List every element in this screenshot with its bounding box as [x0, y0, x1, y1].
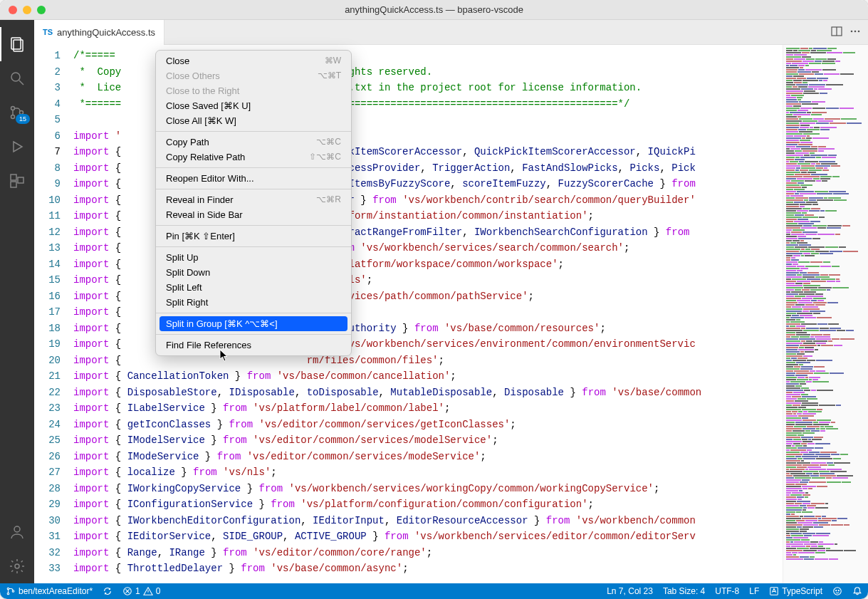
- line-number: 20: [34, 353, 61, 369]
- context-menu-item[interactable]: Copy Relative Path⇧⌥⌘C: [156, 150, 351, 165]
- context-menu-shortcut: ⇧⌥⌘C: [309, 152, 341, 162]
- svg-rect-10: [18, 177, 23, 183]
- status-bell-icon[interactable]: [852, 586, 862, 596]
- code-line[interactable]: import { DisposableStore, IDisposable, t…: [73, 385, 783, 401]
- code-line[interactable]: import { Range, IRange } from 'vs/editor…: [73, 545, 783, 561]
- code-line[interactable]: import { CancellationToken } from 'vs/ba…: [73, 368, 783, 385]
- line-number: 3: [34, 80, 61, 96]
- svg-line-3: [19, 80, 23, 85]
- activity-bar: 15: [0, 20, 34, 583]
- editor-tab[interactable]: TS anythingQuickAccess.ts: [34, 20, 164, 45]
- minimize-window-icon[interactable]: [23, 6, 31, 14]
- context-menu-label: Split Right: [166, 297, 208, 308]
- tab-context-menu[interactable]: Close⌘WClose Others⌥⌘TClose to the Right…: [155, 50, 352, 356]
- context-menu-item[interactable]: Split Left: [156, 280, 351, 295]
- context-menu-item[interactable]: Reopen Editor With...: [156, 171, 351, 186]
- context-menu-item[interactable]: Close⌘W: [156, 53, 351, 68]
- status-sync[interactable]: [103, 586, 113, 596]
- code-line[interactable]: import { getIconClasses } from 'vs/edito…: [73, 417, 783, 433]
- code-line[interactable]: import { IWorkingCopyService } from 'vs/…: [73, 481, 783, 497]
- line-number: 33: [34, 561, 61, 577]
- context-menu-item[interactable]: Close All [⌘K W]: [156, 113, 351, 128]
- line-number-gutter: 1234567891011121314151617181920212223242…: [34, 45, 73, 583]
- status-encoding[interactable]: UTF-8: [715, 586, 739, 596]
- context-menu-label: Split Up: [166, 252, 199, 263]
- context-menu-label: Find File References: [166, 340, 251, 350]
- context-menu-label: Reopen Editor With...: [166, 173, 254, 184]
- svg-point-16: [854, 30, 857, 32]
- line-number: 7: [34, 144, 61, 160]
- maximize-window-icon[interactable]: [37, 6, 46, 14]
- code-line[interactable]: import { IConfigurationService } from 'v…: [73, 496, 783, 513]
- code-line[interactable]: import { IEditorService, SIDE_GROUP, ACT…: [73, 528, 783, 545]
- context-menu-shortcut: ⌥⌘R: [316, 194, 341, 205]
- context-menu-item[interactable]: Find File References: [156, 338, 351, 353]
- context-menu-label: Close: [166, 56, 189, 66]
- status-cursor-position[interactable]: Ln 7, Col 23: [607, 586, 653, 596]
- line-number: 12: [34, 224, 61, 241]
- context-menu-label: Close to the Right: [166, 85, 239, 96]
- split-editor-icon[interactable]: [831, 26, 842, 39]
- context-menu-label: Split Down: [166, 267, 210, 278]
- line-number: 11: [34, 208, 61, 224]
- context-menu-separator: [156, 131, 351, 132]
- line-number: 23: [34, 400, 61, 417]
- explorer-icon[interactable]: [0, 27, 34, 61]
- code-line[interactable]: import { localize } from 'vs/nls';: [73, 464, 783, 481]
- context-menu-item[interactable]: Reveal in Finder⌥⌘R: [156, 192, 351, 207]
- code-line[interactable]: import { IWorkbenchEditorConfiguration, …: [73, 513, 783, 529]
- context-menu-item[interactable]: Pin [⌘K ⇧Enter]: [156, 229, 351, 244]
- tab-filename: anythingQuickAccess.ts: [57, 27, 155, 38]
- context-menu-item[interactable]: Split in Group [⌘K ^⌥⌘<]: [160, 316, 347, 331]
- code-line[interactable]: import { IModelService } from 'vs/editor…: [73, 432, 783, 449]
- run-debug-icon[interactable]: [0, 130, 34, 164]
- status-language[interactable]: TypeScript: [769, 586, 822, 596]
- context-menu-item[interactable]: Split Up: [156, 250, 351, 265]
- code-line[interactable]: import { ILabelService } from 'vs/platfo…: [73, 400, 783, 417]
- context-menu-label: Reveal in Side Bar: [166, 209, 243, 220]
- line-number: 31: [34, 528, 61, 545]
- search-icon[interactable]: [0, 61, 34, 95]
- line-number: 22: [34, 385, 61, 401]
- context-menu-separator: [156, 225, 351, 226]
- line-number: 26: [34, 449, 61, 465]
- line-number: 32: [34, 545, 61, 561]
- context-menu-label: Copy Relative Path: [166, 152, 245, 162]
- more-actions-icon[interactable]: [849, 26, 861, 39]
- line-number: 14: [34, 256, 61, 273]
- accounts-icon[interactable]: [0, 515, 34, 549]
- line-number: 25: [34, 432, 61, 449]
- code-line[interactable]: import { IModeService } from 'vs/editor/…: [73, 449, 783, 465]
- code-line[interactable]: import { ThrottledDelayer } from 'vs/bas…: [73, 561, 783, 577]
- line-number: 18: [34, 321, 61, 337]
- status-feedback-icon[interactable]: [832, 586, 842, 596]
- context-menu-item[interactable]: Reveal in Side Bar: [156, 207, 351, 222]
- line-number: 9: [34, 176, 61, 192]
- status-eol[interactable]: LF: [749, 586, 759, 596]
- minimap[interactable]: [783, 45, 868, 583]
- context-menu-item[interactable]: Close Saved [⌘K U]: [156, 98, 351, 113]
- context-menu-item[interactable]: Split Down: [156, 265, 351, 280]
- status-problems[interactable]: 1 0: [122, 586, 160, 596]
- settings-gear-icon[interactable]: [0, 549, 34, 583]
- source-control-icon[interactable]: 15: [0, 95, 34, 130]
- svg-point-27: [836, 590, 837, 591]
- close-window-icon[interactable]: [9, 6, 17, 14]
- line-number: 10: [34, 192, 61, 209]
- status-branch[interactable]: ben/textAreaEditor*: [6, 586, 93, 596]
- line-number: 4: [34, 96, 61, 113]
- context-menu-separator: [156, 246, 351, 247]
- context-menu-label: Reveal in Finder: [166, 194, 234, 205]
- status-tab-size[interactable]: Tab Size: 4: [663, 586, 705, 596]
- typescript-file-icon: TS: [43, 28, 53, 36]
- line-number: 8: [34, 160, 61, 177]
- svg-point-19: [7, 593, 9, 595]
- svg-marker-7: [14, 142, 22, 152]
- svg-point-4: [11, 107, 15, 110]
- context-menu-label: Pin [⌘K ⇧Enter]: [166, 231, 235, 241]
- svg-rect-8: [11, 175, 16, 180]
- context-menu-item[interactable]: Split Right: [156, 295, 351, 310]
- line-number: 28: [34, 481, 61, 497]
- context-menu-item[interactable]: Copy Path⌥⌘C: [156, 135, 351, 150]
- extensions-icon[interactable]: [0, 164, 34, 198]
